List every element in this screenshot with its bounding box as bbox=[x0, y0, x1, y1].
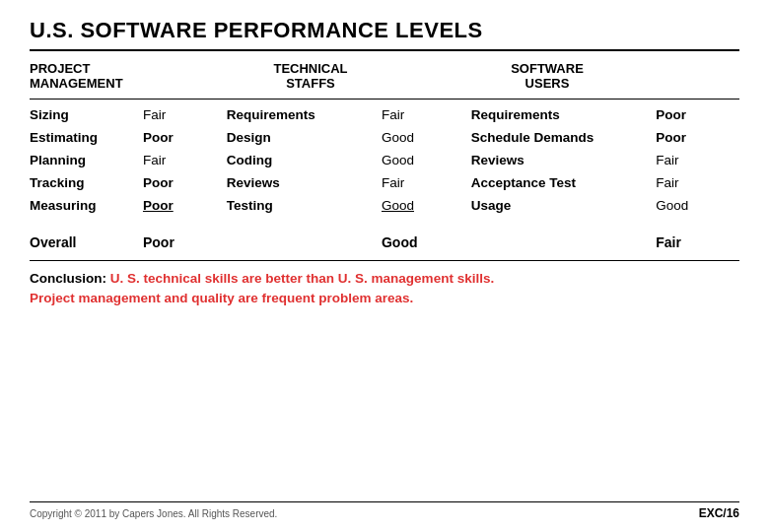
table-row: Planning Fair Coding Good Reviews Fair bbox=[30, 149, 739, 171]
pm-item: Sizing bbox=[30, 103, 143, 126]
ts-item: Design bbox=[227, 126, 382, 149]
ts-item: Requirements bbox=[227, 103, 382, 126]
conclusion-label: Conclusion: bbox=[30, 271, 106, 286]
pm-rating: Fair bbox=[143, 103, 227, 126]
conclusion-text1-content: U. S. technical skills are better than U… bbox=[110, 271, 494, 286]
su-rating: Poor bbox=[656, 103, 739, 126]
pm-header: PROJECTMANAGEMENT bbox=[30, 61, 192, 91]
top-divider bbox=[30, 49, 739, 51]
table-row: Measuring Poor Testing Good Usage Good bbox=[30, 194, 739, 217]
ts-rating: Fair bbox=[382, 171, 471, 194]
ts-rating: Good bbox=[382, 149, 471, 171]
footer-copyright: Copyright © 2011 by Capers Jones. All Ri… bbox=[30, 508, 277, 519]
pm-rating: Poor bbox=[143, 126, 227, 149]
pm-item: Measuring bbox=[30, 194, 143, 217]
footer-page: EXC/16 bbox=[699, 506, 739, 520]
su-item: Reviews bbox=[471, 149, 657, 171]
pm-rating: Poor bbox=[143, 194, 227, 217]
su-item: Acceptance Test bbox=[471, 171, 657, 194]
overall-label: Overall bbox=[30, 225, 143, 254]
ts-item: Reviews bbox=[227, 171, 382, 194]
conclusion-text2: Project management and quality are frequ… bbox=[30, 291, 413, 305]
table-row: Sizing Fair Requirements Fair Requiremen… bbox=[30, 103, 739, 126]
ts-rating: Good bbox=[382, 126, 471, 149]
pm-item: Planning bbox=[30, 149, 143, 171]
su-item: Schedule Demands bbox=[471, 126, 657, 149]
su-header: SOFTWAREUSERS bbox=[429, 61, 665, 91]
ts-header: TECHNICALSTAFFS bbox=[192, 61, 429, 91]
ts-rating: Good bbox=[382, 194, 471, 217]
spacer-row bbox=[30, 217, 739, 225]
conclusion: Conclusion: U. S. technical skills are b… bbox=[30, 269, 739, 309]
data-table: Sizing Fair Requirements Fair Requiremen… bbox=[30, 103, 739, 254]
footer: Copyright © 2011 by Capers Jones. All Ri… bbox=[30, 501, 739, 520]
pm-item: Estimating bbox=[30, 126, 143, 149]
su-rating: Fair bbox=[656, 171, 739, 194]
overall-row: Overall Poor Good Fair bbox=[30, 225, 739, 254]
su-rating: Poor bbox=[656, 126, 739, 149]
overall-pm-rating: Poor bbox=[143, 225, 227, 254]
column-headers: PROJECTMANAGEMENT TECHNICALSTAFFS SOFTWA… bbox=[30, 61, 739, 91]
pm-rating: Poor bbox=[143, 171, 227, 194]
ts-item: Coding bbox=[227, 149, 382, 171]
overall-ts-item bbox=[227, 225, 382, 254]
table-row: Tracking Poor Reviews Fair Acceptance Te… bbox=[30, 171, 739, 194]
overall-su-item bbox=[471, 225, 657, 254]
pm-item: Tracking bbox=[30, 171, 143, 194]
su-rating: Good bbox=[656, 194, 739, 217]
su-item: Requirements bbox=[471, 103, 657, 126]
bottom-divider bbox=[30, 260, 739, 261]
overall-ts-rating: Good bbox=[382, 225, 471, 254]
su-item: Usage bbox=[471, 194, 657, 217]
page-title: U.S. SOFTWARE PERFORMANCE LEVELS bbox=[30, 18, 739, 43]
table-row: Estimating Poor Design Good Schedule Dem… bbox=[30, 126, 739, 149]
su-rating: Fair bbox=[656, 149, 739, 171]
overall-su-rating: Fair bbox=[656, 225, 739, 254]
header-divider bbox=[30, 99, 739, 100]
ts-rating: Fair bbox=[382, 103, 471, 126]
pm-rating: Fair bbox=[143, 149, 227, 171]
ts-item: Testing bbox=[227, 194, 382, 217]
